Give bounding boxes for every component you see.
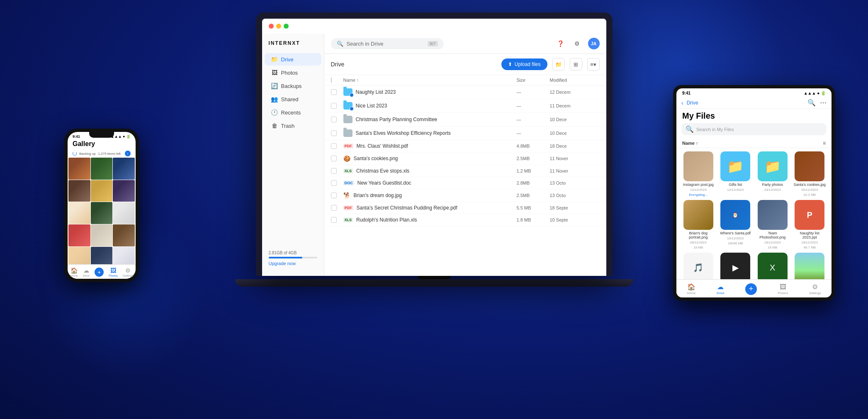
row-checkbox[interactable] <box>331 156 337 161</box>
trash-icon: 🗑 <box>271 122 278 129</box>
tablet-nav-settings-label: Settings <box>809 291 821 295</box>
list-item[interactable] <box>68 202 90 224</box>
tablet-fab-button[interactable]: + <box>745 283 757 295</box>
tablet-nav-settings[interactable]: ⚙ Settings <box>805 282 825 296</box>
list-item[interactable] <box>91 158 113 180</box>
main-content: 🔍 Search in Drive ⌘F ❓ ⚙ JA Drive <box>324 34 606 276</box>
file-thumbnail: ▶ <box>720 253 750 279</box>
search-box[interactable]: 🔍 Search in Drive ⌘F <box>331 38 444 49</box>
table-row[interactable]: PDF Mrs. Claus' Wishlist.pdf 4.8MB 18 De… <box>324 140 606 152</box>
table-row[interactable]: XLS Rudolph's Nutrition Plan.xls 1.8 MB … <box>324 214 606 226</box>
grid-view-button[interactable]: ⊞ <box>570 58 582 71</box>
sidebar-item-shared[interactable]: 👥 Shared <box>265 93 321 105</box>
storage-track <box>269 257 317 258</box>
list-item[interactable] <box>68 158 90 180</box>
table-row[interactable]: PDF Santa's Secret Christmas Pudding Rec… <box>324 202 606 214</box>
sidebar-item-photos[interactable]: 🖼 Photos <box>265 66 321 79</box>
list-item[interactable]: Santa's cookies.jpg 05/12/2023 16.2 MB <box>793 151 827 197</box>
table-row[interactable]: 👤 Naughty List 2023 — 12 Decem <box>324 85 606 99</box>
list-item[interactable]: 🎵 <box>681 253 715 279</box>
back-label[interactable]: Drive <box>687 100 698 106</box>
list-item[interactable]: Brian's dog portrait.png 09/12/2023 18 M… <box>681 200 715 249</box>
list-item[interactable]: Team Photoshoot.png 18/12/2023 18 MB <box>756 200 790 249</box>
tablet-search-box[interactable]: 🔍 Search in My Files <box>681 123 827 135</box>
table-row[interactable]: Santa's Elves Workshop Efficiency Report… <box>324 127 606 140</box>
minimize-button[interactable] <box>276 24 281 29</box>
tablet-sort-arrow[interactable]: ↑ <box>696 141 698 146</box>
tablet-view-icon[interactable]: ≡ <box>823 140 826 146</box>
back-arrow-icon[interactable]: ‹ <box>681 100 683 106</box>
phone-nav-settings[interactable]: ⚙ Settings <box>120 266 136 278</box>
sort-arrow[interactable]: ↑ <box>357 78 359 83</box>
list-item[interactable]: 🎅 Where's Santa.pdf 10/12/2023 18048 MB <box>719 200 753 249</box>
upgrade-link[interactable]: Upgrade now <box>269 261 317 266</box>
size-col-header: Size <box>517 78 550 83</box>
close-button[interactable] <box>269 24 274 29</box>
tablet-more-icon[interactable]: ⋯ <box>820 99 827 107</box>
sidebar-item-trash[interactable]: 🗑 Trash <box>265 119 321 132</box>
upload-icon: ⬆ <box>508 61 512 67</box>
sidebar-item-drive[interactable]: 📁 Drive <box>265 53 321 66</box>
maximize-button[interactable] <box>284 24 289 29</box>
row-checkbox[interactable] <box>331 103 337 109</box>
row-checkbox[interactable] <box>331 117 337 122</box>
list-item[interactable]: ▶ <box>719 253 753 279</box>
file-name-cell: XLS Christmas Eve stops.xls <box>343 168 517 174</box>
tablet-nav-home[interactable]: 🏠 Home <box>683 282 700 296</box>
list-item[interactable] <box>113 224 135 246</box>
help-button[interactable]: ❓ <box>555 38 567 49</box>
more-options-button[interactable]: ≡▾ <box>587 58 600 71</box>
list-item[interactable] <box>91 180 113 202</box>
list-item[interactable] <box>113 202 135 224</box>
list-item[interactable]: 📁 Party photos 24/12/2023 <box>756 151 790 197</box>
file-name-cell: Santa's Elves Workshop Efficiency Report… <box>343 129 517 137</box>
settings-button[interactable]: ⚙ <box>571 38 583 49</box>
tablet-nav-photos[interactable]: 🖼 Photos <box>773 283 792 296</box>
sidebar-item-recents[interactable]: 🕐 Recents <box>265 106 321 119</box>
table-row[interactable]: 🍪 Santa's cookies.png 2.5MB 11 Nover <box>324 152 606 165</box>
list-item[interactable] <box>91 202 113 224</box>
list-item[interactable] <box>68 180 90 202</box>
tablet-nav-drive[interactable]: ☁ Drive <box>712 282 729 296</box>
row-checkbox[interactable] <box>331 89 337 95</box>
row-checkbox[interactable] <box>331 143 337 149</box>
photos-icon: 🖼 <box>271 69 278 76</box>
avatar-button[interactable]: JA <box>588 38 600 49</box>
phone-nav-photos[interactable]: 🖼 Photos <box>106 266 120 278</box>
table-row[interactable]: Christmas Party Planning Committee — 10 … <box>324 113 606 127</box>
file-modified: 10 Dece <box>550 117 600 122</box>
list-item[interactable]: Instagram post.jpg 12/12/2023 Encrypting… <box>681 151 715 197</box>
table-row[interactable]: 👤 Nice List 2023 — 11 Decem <box>324 99 606 113</box>
list-item[interactable] <box>91 224 113 246</box>
phone-nav-drive[interactable]: ☁ Drive <box>80 266 92 278</box>
row-checkbox[interactable] <box>331 180 337 186</box>
list-item[interactable] <box>793 253 827 279</box>
tablet-nav-home-label: Home <box>687 291 695 295</box>
select-all-checkbox[interactable] <box>331 77 332 83</box>
tablet-nav-fab[interactable]: + <box>741 283 761 296</box>
row-checkbox[interactable] <box>331 217 337 223</box>
tablet-search-icon[interactable]: 🔍 <box>807 99 816 107</box>
list-item[interactable]: P Naughty list 2023.ppt 18/12/2023 48.7 … <box>793 200 827 249</box>
list-item[interactable] <box>113 158 135 180</box>
table-row[interactable]: XLS Christmas Eve stops.xls 1.2 MB 11 No… <box>324 165 606 177</box>
row-checkbox[interactable] <box>331 192 337 198</box>
table-row[interactable]: 🐕 Brian's dream dog.jpg 2.5MB 13 Octo <box>324 189 606 202</box>
upload-button[interactable]: ⬆ Upload files <box>501 58 547 70</box>
list-item[interactable] <box>68 224 90 246</box>
phone-nav-home[interactable]: 🏠 Home <box>68 266 80 278</box>
table-row[interactable]: DOC New Years Guestlist.doc 2.8MB 13 Oct… <box>324 177 606 189</box>
row-checkbox[interactable] <box>331 130 337 136</box>
sidebar-drive-label: Drive <box>281 56 294 63</box>
list-item[interactable]: 📁 Gifts list 12/12/2023 <box>719 151 753 197</box>
sidebar-item-backups[interactable]: 🔄 Backups <box>265 80 321 92</box>
list-item[interactable]: X <box>756 253 790 279</box>
row-checkbox[interactable] <box>331 205 337 211</box>
sidebar-backups-label: Backups <box>281 83 302 89</box>
new-folder-button[interactable]: 📁 <box>552 58 565 71</box>
home-icon: 🏠 <box>71 267 78 274</box>
list-item[interactable] <box>113 180 135 202</box>
row-checkbox[interactable] <box>331 168 337 174</box>
fab-button[interactable]: + <box>95 268 104 277</box>
phone-nav-fab[interactable]: + <box>92 267 106 278</box>
